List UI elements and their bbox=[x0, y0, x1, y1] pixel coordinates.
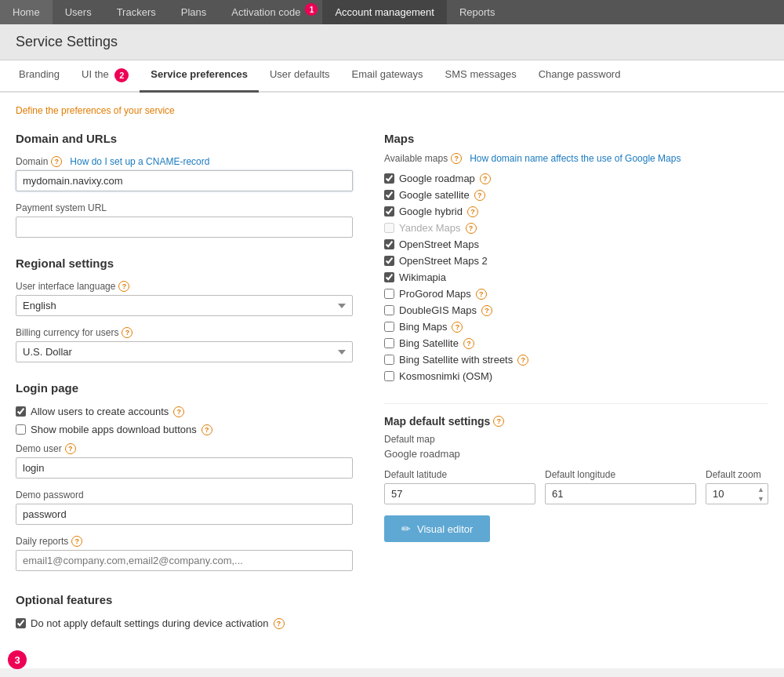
language-help-icon[interactable]: ? bbox=[118, 281, 129, 292]
page-header: Service Settings bbox=[0, 24, 784, 60]
zoom-up-arrow[interactable]: ▲ bbox=[755, 485, 767, 494]
map-item: Wikimapia bbox=[384, 269, 768, 286]
zoom-field: Default zoom ▲ ▼ bbox=[706, 469, 768, 504]
demo-password-field-group: Demo password bbox=[16, 490, 353, 525]
nav-item-home[interactable]: Home bbox=[0, 0, 53, 24]
payment-input[interactable] bbox=[16, 217, 353, 238]
map-checkbox-12[interactable] bbox=[384, 371, 394, 381]
tab-user-defaults[interactable]: User defaults bbox=[259, 60, 341, 93]
nav-label-account: Account management bbox=[335, 6, 434, 18]
map-checkbox-10[interactable] bbox=[384, 338, 394, 348]
domain-help-link[interactable]: How do I set up a CNAME-record bbox=[70, 156, 209, 167]
right-column: Maps Available maps ? How domain name af… bbox=[384, 132, 768, 635]
nav-item-users[interactable]: Users bbox=[53, 0, 104, 24]
no-default-checkbox[interactable] bbox=[16, 618, 26, 628]
activation-badge: 1 bbox=[305, 3, 318, 16]
nav-item-reports[interactable]: Reports bbox=[447, 0, 508, 24]
allow-accounts-checkbox[interactable] bbox=[16, 406, 26, 417]
map-item-help-icon[interactable]: ? bbox=[481, 305, 492, 316]
available-maps-label: Available maps ? How domain name affects… bbox=[384, 153, 768, 164]
map-defaults-help-icon[interactable]: ? bbox=[493, 416, 504, 427]
tab-ui-theme[interactable]: UI the 2 bbox=[71, 60, 140, 93]
daily-reports-input[interactable] bbox=[16, 550, 353, 571]
domain-section-title: Domain and URLs bbox=[16, 132, 353, 145]
map-item-help-icon[interactable]: ? bbox=[476, 289, 487, 300]
visual-editor-button[interactable]: ✏ Visual editor bbox=[384, 515, 490, 542]
map-checkbox-4[interactable] bbox=[384, 239, 394, 249]
available-maps-help-icon[interactable]: ? bbox=[451, 153, 462, 164]
lat-input[interactable] bbox=[384, 483, 535, 504]
tab-sms-messages[interactable]: SMS messages bbox=[434, 60, 528, 93]
left-column: Domain and URLs Domain ? How do I set up… bbox=[16, 132, 353, 635]
nav-label-activation: Activation code bbox=[231, 6, 300, 18]
nav-item-account[interactable]: Account management bbox=[322, 0, 446, 24]
daily-reports-field-group: Daily reports ? bbox=[16, 536, 353, 571]
daily-reports-help-icon[interactable]: ? bbox=[71, 536, 82, 547]
demo-password-input[interactable] bbox=[16, 504, 353, 525]
map-item: Kosmosnimki (OSM) bbox=[384, 368, 768, 384]
map-item-label: OpenStreet Maps bbox=[399, 238, 479, 250]
map-item-label: Wikimapia bbox=[399, 271, 446, 283]
map-checkbox-9[interactable] bbox=[384, 322, 394, 332]
map-checkbox-0[interactable] bbox=[384, 173, 394, 184]
zoom-arrows: ▲ ▼ bbox=[755, 483, 767, 504]
lng-input[interactable] bbox=[545, 483, 696, 504]
map-checkbox-1[interactable] bbox=[384, 190, 394, 200]
main-content: Define the preferences of your service D… bbox=[0, 93, 784, 668]
currency-help-icon[interactable]: ? bbox=[122, 327, 132, 338]
login-section-title: Login page bbox=[16, 381, 353, 395]
demo-user-field-group: Demo user ? bbox=[16, 443, 353, 479]
show-mobile-help-icon[interactable]: ? bbox=[201, 424, 212, 435]
tab-branding[interactable]: Branding bbox=[8, 60, 71, 93]
map-item: Yandex Maps? bbox=[384, 220, 768, 236]
map-item-label: DoubleGIS Maps bbox=[399, 304, 477, 316]
tab-email-gateways[interactable]: Email gateways bbox=[341, 60, 434, 93]
tab-service-preferences[interactable]: Service preferences bbox=[140, 60, 259, 93]
maps-help-link[interactable]: How domain name affects the use of Googl… bbox=[470, 153, 681, 164]
language-select[interactable]: English bbox=[16, 295, 353, 316]
tab-change-password[interactable]: Change password bbox=[528, 60, 632, 93]
map-item-help-icon[interactable]: ? bbox=[467, 206, 478, 217]
demo-user-help-icon[interactable]: ? bbox=[65, 443, 76, 454]
map-checkbox-6[interactable] bbox=[384, 272, 394, 282]
map-item-help-icon[interactable]: ? bbox=[474, 190, 485, 201]
daily-reports-label: Daily reports ? bbox=[16, 536, 353, 547]
demo-user-input[interactable] bbox=[16, 457, 353, 479]
domain-label: Domain ? How do I set up a CNAME-record bbox=[16, 156, 353, 167]
allow-accounts-help-icon[interactable]: ? bbox=[173, 406, 184, 417]
map-checkbox-2[interactable] bbox=[384, 206, 394, 217]
top-nav: Home Users Trackers Plans Activation cod… bbox=[0, 0, 784, 24]
zoom-down-arrow[interactable]: ▼ bbox=[755, 494, 767, 504]
map-item: Bing Maps? bbox=[384, 318, 768, 335]
nav-item-trackers[interactable]: Trackers bbox=[104, 0, 169, 24]
map-item-help-icon[interactable]: ? bbox=[463, 338, 474, 349]
show-mobile-checkbox[interactable] bbox=[16, 424, 26, 435]
page-title: Service Settings bbox=[16, 34, 768, 50]
domain-help-icon[interactable]: ? bbox=[51, 156, 62, 167]
nav-item-activation[interactable]: Activation code 1 bbox=[219, 0, 322, 24]
language-label: User interface language ? bbox=[16, 281, 353, 292]
map-item-label: Yandex Maps bbox=[399, 222, 461, 234]
map-checkbox-7[interactable] bbox=[384, 289, 394, 299]
map-checkbox-5[interactable] bbox=[384, 256, 394, 266]
currency-field-group: Billing currency for users ? U.S. Dollar bbox=[16, 327, 353, 362]
regional-section-title: Regional settings bbox=[16, 257, 353, 270]
map-checkbox-8[interactable] bbox=[384, 305, 394, 315]
map-item-help-icon[interactable]: ? bbox=[452, 322, 463, 333]
nav-item-plans[interactable]: Plans bbox=[169, 0, 220, 24]
payment-label: Payment system URL bbox=[16, 202, 353, 213]
no-default-help-icon[interactable]: ? bbox=[274, 618, 285, 629]
domain-input[interactable] bbox=[16, 170, 353, 191]
map-item-help-icon[interactable]: ? bbox=[480, 173, 491, 184]
map-item: Bing Satellite with streets? bbox=[384, 351, 768, 368]
map-item-label: OpenStreet Maps 2 bbox=[399, 255, 488, 267]
map-checkbox-11[interactable] bbox=[384, 355, 394, 365]
map-item-help-icon[interactable]: ? bbox=[466, 223, 477, 234]
map-item-label: Bing Satellite bbox=[399, 337, 459, 349]
nav-label-users: Users bbox=[65, 6, 92, 18]
payment-field-group: Payment system URL bbox=[16, 202, 353, 238]
map-item-help-icon[interactable]: ? bbox=[517, 355, 528, 366]
coords-row: Default latitude Default longitude Defau… bbox=[384, 469, 768, 504]
currency-select[interactable]: U.S. Dollar bbox=[16, 341, 353, 362]
nav-label-home: Home bbox=[13, 6, 40, 18]
